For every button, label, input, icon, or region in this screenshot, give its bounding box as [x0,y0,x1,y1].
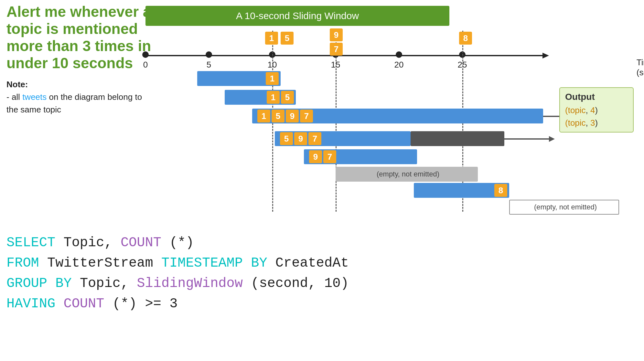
empty-label-1: (empty, not emitted) [377,170,439,178]
output-label: Output [565,92,628,102]
window-bar-5: 9 7 [304,149,417,164]
window-title-bar: A 10-second Sliding Window [145,6,449,26]
note-label: Note [6,80,25,89]
sql-by1: BY [251,255,267,271]
window-bar-gray-2: (empty, not emitted) [509,200,619,215]
badge-top-9: 9 [330,28,343,41]
bar4-badge-5: 5 [280,132,293,145]
sql-having: HAVING [6,296,55,312]
sql-section: SELECT Topic, COUNT (*) FROM TwitterStre… [6,233,394,314]
output-item-1: (topic, 4) [565,105,628,115]
empty-label-2: (empty, not emitted) [534,203,597,211]
sql-having-rest: (*) >= 3 [113,296,178,312]
output-item-2: (topic, 3) [565,118,628,128]
sql-line1: SELECT Topic, COUNT (*) [6,233,394,253]
window-bar-4-ext [411,131,504,146]
alert-line3: more than 3 times in [6,37,151,54]
window-bar-gray-1: (empty, not emitted) [336,167,478,182]
bar5-badge-7: 7 [323,150,336,163]
sql-topic2: Topic, [80,276,137,291]
timeline-dot-20 [396,51,402,58]
bar2-badge-5: 5 [281,91,294,104]
bar1-badges: 1 [266,72,279,85]
bar3-badges: 1 5 9 7 [257,110,313,122]
time-label-20: 20 [394,60,404,70]
timeline-arrow [542,53,549,58]
timeline-dot-5 [206,51,212,58]
sql-count1: COUNT [121,235,161,250]
bar7-badge-8: 8 [494,184,507,197]
output-arrow-4 [504,138,550,140]
sql-topic: Topic, [63,235,120,250]
sql-line4: HAVING COUNT (*) >= 3 [6,294,394,314]
note-text1: - all [6,92,22,102]
note-section: Note: - all tweets on the diagram belong… [6,78,155,116]
badge-top-7: 7 [330,43,343,56]
sql-by2: BY [55,276,71,291]
window-bar-1: 1 [197,71,281,86]
badge-top-8: 8 [459,32,472,45]
window-title-text: A 10-second Sliding Window [236,10,359,21]
alert-text: Alert me whenever a topic is mentioned m… [6,3,155,72]
output-box: Output (topic, 4) (topic, 3) [559,87,634,133]
bar5-badge-9: 9 [309,150,322,163]
time-label-5: 5 [207,60,211,70]
sql-group: GROUP [6,276,47,291]
diagram-area: A 10-second Sliding Window 0 5 10 15 20 … [136,3,634,229]
sql-line2: FROM TwitterStream TIMESTEAMP BY Created… [6,253,394,273]
window-bar-2: 1 5 [225,90,296,105]
alert-line1: Alert me whenever a [6,3,151,20]
sql-line3: GROUP BY Topic, SlidingWindow (second, 1… [6,273,394,294]
output-arrow-head-4 [549,136,555,142]
sql-timestamp: TIMESTEAMP [161,255,243,271]
window-bar-3: 1 5 9 7 [252,109,543,123]
alert-line2: topic is mentioned [6,20,138,37]
left-panel: Alert me whenever a topic is mentioned m… [6,3,155,116]
sql-createdat: CreatedAt [275,255,349,271]
sql-slidingwindow: SlidingWindow [137,276,243,291]
sql-select: SELECT [6,235,55,250]
tweets-highlight: tweets [22,92,47,102]
bar2-badges: 1 5 [267,91,294,104]
bar3-badge-9: 9 [286,110,299,122]
sql-from: FROM [6,255,39,271]
timeline [145,55,543,56]
sql-star1: (*) [169,235,194,250]
bar1-badge-1: 1 [266,72,279,85]
sql-count2: COUNT [63,296,104,312]
sql-twitterstream: TwitterStream [47,255,161,271]
time-axis-label: Time(second) [637,58,644,78]
bar3-badge-1: 1 [257,110,270,122]
badge-top-1: 1 [265,32,278,45]
bar5-badges: 9 7 [309,150,336,163]
badge-top-5: 5 [281,32,294,45]
bar2-badge-1: 1 [267,91,280,104]
alert-line4: under 10 seconds [6,55,133,71]
sql-sliding-args: (second, 10) [251,276,349,291]
bar4-badge-7: 7 [308,132,321,145]
bar3-badge-5: 5 [272,110,284,122]
bar7-badges: 8 [494,184,507,197]
timeline-dot-0 [142,51,149,58]
bar4-badges: 5 9 7 [280,132,321,145]
bar3-badge-7: 7 [300,110,313,122]
window-bar-4: 5 9 7 [275,131,411,146]
bar4-badge-9: 9 [294,132,307,145]
window-bar-7: 8 [414,183,509,198]
time-label-0: 0 [143,60,148,70]
